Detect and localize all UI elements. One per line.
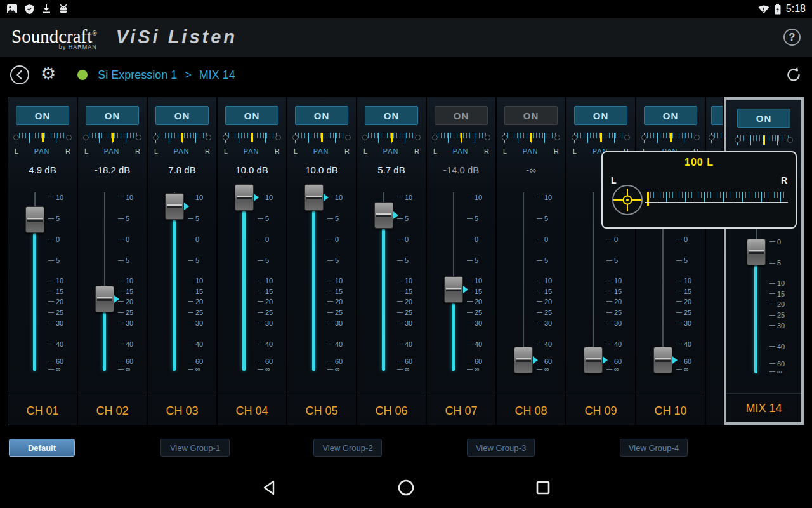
channel-on-button[interactable]: ON <box>16 106 69 125</box>
fader-handle[interactable] <box>653 347 672 373</box>
fader-handle[interactable] <box>747 239 766 265</box>
back-nav-icon[interactable] <box>261 479 277 496</box>
fader-level-fill <box>33 233 36 371</box>
fader-handle[interactable] <box>25 206 44 233</box>
channel-on-button[interactable]: ON <box>435 106 488 125</box>
fader-scale-mark: 40 <box>537 340 552 348</box>
channel-on-button[interactable]: ON <box>295 106 348 125</box>
pan-scale[interactable] <box>155 133 209 143</box>
scale-label: 10 <box>265 194 273 201</box>
fader-scale-mark: 25 <box>606 309 622 316</box>
help-button[interactable]: ? <box>783 29 801 46</box>
scale-tick <box>188 301 193 302</box>
fader-scale-mark: 15 <box>118 288 133 295</box>
recents-nav-icon[interactable] <box>535 480 551 495</box>
pan-scale[interactable] <box>365 133 418 143</box>
fader-handle[interactable] <box>95 286 114 312</box>
scale-tick <box>258 361 263 361</box>
scale-label: 10 <box>195 277 203 284</box>
scale-tick <box>467 312 473 313</box>
channel-strip-ch-08: ONLPANR-∞1050510152025304060∞CH 08 <box>497 97 565 425</box>
channel-on-button[interactable]: ON <box>225 106 278 125</box>
view-button-view-group-4[interactable]: View Group-4 <box>620 439 688 457</box>
refresh-button[interactable] <box>784 65 803 84</box>
fader-scale-mark: 25 <box>48 309 63 316</box>
scale-label: 15 <box>335 288 343 295</box>
settings-button[interactable]: ⚙ <box>41 65 56 83</box>
scale-tick <box>188 218 193 219</box>
fader-handle[interactable] <box>514 347 533 373</box>
fader-scale-mark: ∞ <box>118 365 131 373</box>
home-nav-icon[interactable] <box>397 479 415 497</box>
channel-on-button[interactable]: ON <box>155 106 209 125</box>
fader-scale-mark: 30 <box>48 319 63 327</box>
channel-name: MIX 14 <box>726 393 801 422</box>
view-button-view-group-2[interactable]: View Group-2 <box>313 439 382 457</box>
scale-label: ∞ <box>265 365 270 373</box>
fader-scale-mark: 20 <box>769 300 785 308</box>
back-button[interactable] <box>9 64 30 86</box>
breadcrumb-mix[interactable]: MIX 14 <box>199 69 235 82</box>
pan-left-label: L <box>154 147 158 155</box>
scale-label: 60 <box>777 360 785 368</box>
scale-tick <box>769 293 775 294</box>
scale-tick <box>188 291 193 291</box>
channel-on-button[interactable]: ON <box>86 106 139 125</box>
fader-handle[interactable] <box>235 184 254 211</box>
pan-scale[interactable] <box>737 135 790 145</box>
scale-tick <box>258 281 263 281</box>
fader-scale-mark: 5 <box>397 257 409 264</box>
pan-scale[interactable] <box>295 133 348 143</box>
fader-handle[interactable] <box>444 276 463 303</box>
pan-scale[interactable] <box>504 133 558 143</box>
channel-level-value: -∞ <box>497 164 565 175</box>
scale-label: 15 <box>544 288 552 295</box>
fader-scale-mark: 10 <box>118 277 133 284</box>
scale-label: 5 <box>475 257 478 264</box>
pan-position-marker <box>391 133 393 142</box>
scale-label: 20 <box>56 298 63 305</box>
fader-track[interactable] <box>523 192 524 371</box>
fader-handle[interactable] <box>304 184 324 211</box>
fader-scale-mark: 60 <box>606 358 622 365</box>
fader-handle[interactable] <box>584 347 603 373</box>
fader-scale-mark: 10 <box>606 277 622 284</box>
channel-on-button[interactable]: ON <box>644 106 697 125</box>
pan-position-marker <box>670 133 672 142</box>
channel-on-button[interactable]: ON <box>365 106 418 125</box>
view-button-view-group-3[interactable]: View Group-3 <box>467 439 535 457</box>
android-icon <box>58 4 69 14</box>
fader-track[interactable] <box>593 192 594 371</box>
pan-scale[interactable] <box>86 133 139 143</box>
fader-handle[interactable] <box>165 193 184 220</box>
scale-label: 40 <box>544 340 552 348</box>
channel-on-button[interactable]: ON <box>737 109 790 128</box>
scale-tick <box>188 260 193 261</box>
channel-on-button[interactable]: ON <box>504 106 558 125</box>
fader-scale-mark: 10 <box>327 277 343 284</box>
breadcrumb-device[interactable]: Si Expression 1 <box>98 69 177 82</box>
fader-level-fill <box>382 229 385 371</box>
pan-scale[interactable] <box>574 133 627 143</box>
channel-on-button[interactable]: ON <box>711 106 723 125</box>
channel-fader: 1050510152025304060∞ <box>357 186 426 380</box>
scale-tick <box>48 323 54 323</box>
fader-scale-mark: 0 <box>676 236 688 243</box>
fader-scale-mark: 25 <box>118 309 133 316</box>
fader-scale-mark: 5 <box>188 257 199 264</box>
fader-scale-mark: 10 <box>537 194 552 201</box>
view-button-view-group-1[interactable]: View Group-1 <box>160 439 230 457</box>
fader-handle[interactable] <box>374 202 393 229</box>
pan-scale[interactable] <box>644 133 697 143</box>
pan-label: PAN <box>244 147 259 155</box>
pan-scale[interactable] <box>16 133 69 143</box>
pan-scale[interactable] <box>435 133 488 143</box>
channel-strip-mix-14: ONLPANR1050510152025304060∞MIX 14 <box>724 97 804 425</box>
fader-arrow-icon <box>393 211 398 219</box>
channel-on-button[interactable]: ON <box>574 106 627 125</box>
scale-label: 40 <box>335 340 343 348</box>
channel-strip-ch-03: ONLPANR7.8 dB1050510152025304060∞CH 03 <box>148 97 216 425</box>
fader-scale-mark: 60 <box>188 358 203 365</box>
pan-scale[interactable] <box>225 133 278 143</box>
view-button-default[interactable]: Default <box>9 439 75 457</box>
